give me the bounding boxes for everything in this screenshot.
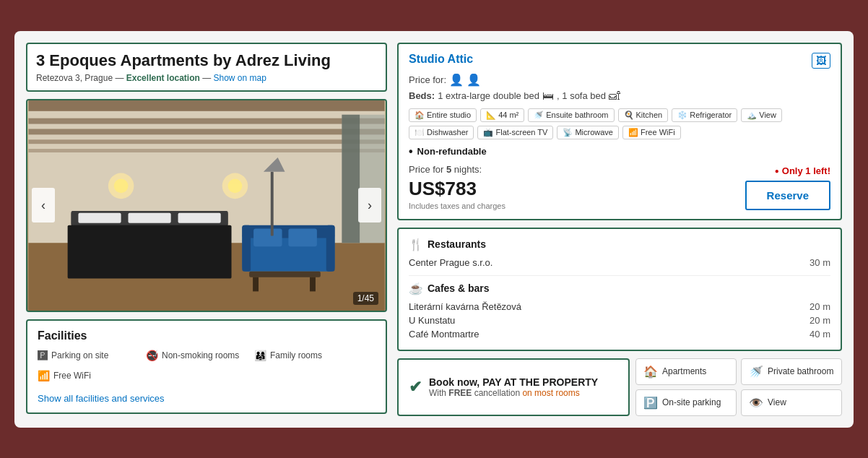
facility-wifi-label: Free WiFi [53, 371, 91, 381]
hotel-header: 3 Epoques Apartments by Adrez Living Ret… [26, 43, 387, 92]
restaurant-dist-1: 30 m [810, 257, 830, 268]
price-right: Only 1 left! Reserve [745, 165, 830, 210]
svg-rect-3 [28, 100, 384, 111]
svg-rect-23 [271, 172, 274, 236]
book-now-box: ✔ Book now, PAY AT THE PROPERTY With FRE… [397, 358, 630, 416]
bottom-amenity-parking[interactable]: 🅿️ On-site parking [635, 389, 737, 416]
amenity-flatscreen-tv: 📺 Flat-screen TV [477, 126, 553, 139]
room-image [27, 100, 386, 311]
svg-rect-4 [28, 118, 384, 124]
person-icon-2: 👤 [466, 73, 481, 87]
family-icon: 👨‍👩‍👧 [254, 350, 266, 361]
wifi-icon: 📶 [38, 370, 50, 381]
main-container: 3 Epoques Apartments by Adrez Living Ret… [14, 31, 854, 428]
price-section: Price for 5 nights: US$783 Includes taxe… [409, 164, 830, 210]
svg-rect-19 [288, 228, 316, 246]
amenity-entire-studio: 🏠 Entire studio [409, 108, 477, 122]
gallery-icon[interactable]: 🖼 [812, 53, 830, 69]
bottom-amenity-apartments[interactable]: 🏠 Apartments [635, 358, 737, 385]
svg-rect-13 [68, 225, 232, 279]
image-prev-button[interactable]: ‹ [32, 188, 55, 222]
amenity-dishwasher: 🍽️ Dishwasher [409, 126, 474, 139]
amenities-row-2: 🍽️ Dishwasher 📺 Flat-screen TV 📡 Microwa… [409, 126, 830, 139]
svg-point-30 [228, 178, 243, 193]
room-illustration [27, 100, 386, 311]
amenities-row-1: 🏠 Entire studio 📐 44 m² 🚿 Ensuite bathro… [409, 108, 830, 122]
beds-desc2: , 1 sofa bed [557, 90, 606, 101]
restaurant-icon: 🍴 [409, 238, 423, 251]
svg-rect-18 [253, 228, 282, 246]
private-bathroom-icon: 🚿 [749, 365, 763, 379]
nearby-restaurant-1: Center Prague s.r.o. 30 m [409, 256, 830, 269]
bottom-bar: ✔ Book now, PAY AT THE PROPERTY With FRE… [397, 358, 842, 416]
price-for-label: Price for: [409, 74, 446, 85]
person-icon-1: 👤 [449, 73, 464, 87]
studio-header: Studio Attic 🖼 [409, 53, 830, 69]
facility-no-smoking-label: Non-smoking rooms [162, 350, 239, 360]
book-title: Book now, PAY AT THE PROPERTY [429, 376, 598, 388]
cafe-name-3: Café Montmartre [409, 329, 479, 340]
left-panel: 3 Epoques Apartments by Adrez Living Ret… [26, 43, 387, 416]
nearby-divider [409, 275, 830, 276]
cafes-title: ☕ Cafes & bars [409, 282, 830, 295]
svg-rect-26 [342, 115, 360, 243]
facilities-grid: 🅿 Parking on site 🚭 Non-smoking rooms 👨‍… [38, 350, 376, 381]
price-for-line: Price for: 👤 👤 [409, 73, 830, 87]
svg-rect-5 [28, 129, 384, 134]
view-icon: 👁️ [749, 396, 763, 410]
reserve-button[interactable]: Reserve [745, 181, 830, 210]
image-counter: 1/45 [353, 292, 378, 305]
amenity-ensuite: 🚿 Ensuite bathroom [528, 108, 614, 122]
svg-rect-20 [249, 272, 321, 277]
only-left-badge: Only 1 left! [775, 165, 830, 176]
nearby-box: 🍴 Restaurants Center Prague s.r.o. 30 m … [397, 228, 842, 351]
beds-label: Beds: [409, 90, 435, 101]
double-bed-icon: 🛏 [542, 90, 554, 103]
no-smoking-icon: 🚭 [146, 350, 158, 361]
apartments-icon: 🏠 [643, 365, 658, 379]
price-nights: Price for 5 nights: [409, 164, 505, 175]
amenity-area: 📐 44 m² [480, 108, 524, 122]
svg-rect-11 [128, 213, 170, 223]
book-text: Book now, PAY AT THE PROPERTY With FREE … [429, 376, 598, 398]
svg-rect-12 [178, 213, 221, 223]
cafe-name-1: Literární kavárna Řetězová [409, 301, 521, 312]
svg-point-28 [114, 178, 129, 193]
show-on-map-link[interactable]: Show on map [213, 73, 266, 83]
facilities-title: Facilities [38, 329, 376, 342]
hotel-title: 3 Epoques Apartments by Adrez Living [36, 51, 377, 70]
show-facilities-link[interactable]: Show all facilities and services [38, 393, 165, 404]
parking-icon: 🅿 [38, 350, 48, 361]
bottom-amenity-view[interactable]: 👁️ View [741, 389, 842, 416]
room-image-container: ‹ › 1/45 [26, 99, 387, 312]
sofa-bed-icon: 🛋 [609, 90, 620, 103]
amenity-kitchen: 🍳 Kitchen [618, 108, 669, 122]
cafe-dist-2: 20 m [810, 315, 830, 326]
price-left: Price for 5 nights: US$783 Includes taxe… [409, 164, 505, 210]
studio-title[interactable]: Studio Attic [409, 53, 473, 66]
onsite-parking-icon: 🅿️ [643, 396, 658, 410]
image-next-button[interactable]: › [358, 188, 381, 222]
book-subtitle: With FREE cancellation on most rooms [429, 388, 598, 398]
amenity-microwave: 📡 Microwave [557, 126, 619, 139]
cafe-dist-1: 20 m [810, 301, 830, 312]
price-includes: Includes taxes and charges [409, 202, 505, 210]
bottom-amenities-grid: 🏠 Apartments 🚿 Private bathroom 🅿️ On-si… [635, 358, 842, 416]
hotel-subtitle: Retezova 3, Prague — Excellent location … [36, 73, 377, 83]
svg-rect-21 [253, 277, 259, 292]
svg-rect-10 [78, 213, 121, 223]
amenity-free-wifi: 📶 Free WiFi [622, 126, 681, 139]
nearby-cafe-3: Café Montmartre 40 m [409, 327, 830, 341]
hotel-address: Retezova 3, Prague [36, 73, 113, 83]
facility-parking-label: Parking on site [51, 350, 108, 360]
svg-rect-7 [28, 149, 384, 152]
restaurant-name-1: Center Prague s.r.o. [409, 257, 492, 268]
hotel-location-label: Excellent location [126, 73, 200, 83]
amenity-refrigerator: ❄️ Refrigerator [672, 108, 737, 122]
svg-rect-22 [310, 277, 316, 292]
bottom-amenity-private-bathroom[interactable]: 🚿 Private bathroom [741, 358, 842, 385]
amenity-view: 🏔️ View [741, 108, 782, 122]
nearby-cafe-2: U Kunstatu 20 m [409, 314, 830, 327]
studio-box: Studio Attic 🖼 Price for: 👤 👤 Beds: 1 ex… [397, 43, 842, 220]
facility-parking: 🅿 Parking on site [38, 350, 146, 361]
